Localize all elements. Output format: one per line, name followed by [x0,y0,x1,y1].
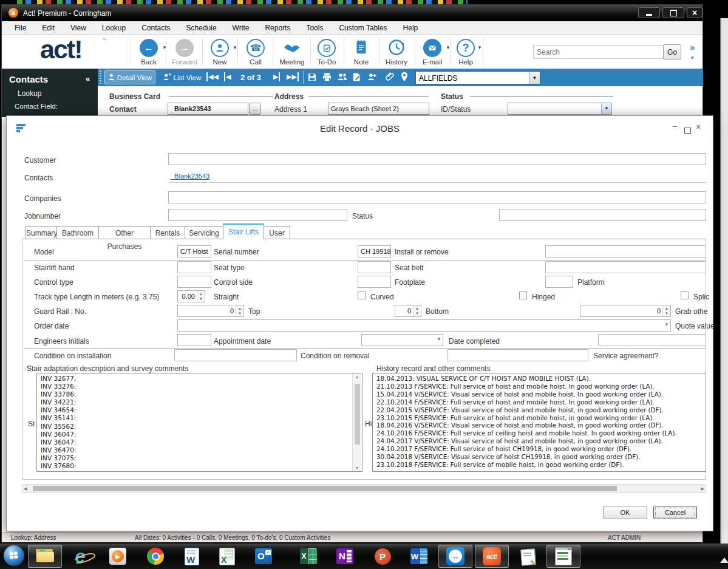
model-input[interactable]: C/T Hoist [177,245,211,257]
history-line[interactable]: 18.04.2013: VISUAL SERVICE OF C/T HOIST … [376,375,702,383]
dialog-maximize-icon[interactable] [684,125,691,136]
invoice-line[interactable]: INV 33276: [41,383,350,390]
menu-item[interactable]: Write [225,24,257,32]
taskbar-outlook[interactable]: O ✓ [247,545,281,568]
dialog-hscrollbar[interactable]: ◀ ▶ [22,484,706,493]
contacts-field[interactable]: _Blank23543 [168,171,706,183]
seat-type-input[interactable] [358,261,391,273]
taskbar-database-form[interactable] [546,545,580,568]
history-line[interactable]: 23.10.2015 F/SERVICE: Full service of ho… [376,414,702,422]
last-record-button[interactable]: ▶▶ [287,72,299,81]
menu-item[interactable]: Reports [257,24,298,32]
stairlift-hand-input[interactable] [177,261,211,273]
field-list-dropdown[interactable]: ALLFIELDS ▼ [415,71,540,84]
taskbar-word[interactable]: W [402,545,436,568]
hscroll-right-icon[interactable]: ▶ [701,486,704,491]
maximize-button[interactable] [662,7,684,18]
save-icon[interactable] [307,72,317,82]
condition-install-input[interactable] [174,349,297,361]
companies-input[interactable] [168,191,706,203]
order-date-dropdown[interactable]: ▼ [177,319,671,332]
contact-browse-button[interactable]: ... [249,103,261,115]
taskbar-act[interactable]: act! [475,545,509,568]
history-line[interactable]: 30.04.2018 V/SERVICE: Visual service of … [376,453,702,461]
appointment-date-dropdown[interactable]: ▼ [361,334,443,346]
history-line[interactable]: 21.10.2013 F/SERVICE: Full service of ho… [376,383,702,390]
tab-bathroom[interactable]: Bathroom [56,226,99,239]
invoice-line[interactable]: INV 33786: [41,390,350,398]
invoice-line[interactable]: INV 35141: [41,414,350,422]
footplate-input[interactable] [545,276,573,288]
dialog-status-input[interactable] [499,209,706,221]
contacts-group-icon[interactable] [337,72,347,82]
scroll-thumb[interactable] [355,384,360,445]
id-status-arrow-icon[interactable]: ▼ [601,103,611,114]
sidebar-collapse-icon[interactable]: « [86,74,90,83]
invoice-line[interactable]: INV 37075: [41,454,350,462]
stair-comments-listbox[interactable]: INV 32677:INV 33276:INV 33786:INV 34221:… [36,373,362,472]
scroll-down-icon[interactable]: ▼ [355,466,359,470]
engineers-initials-input[interactable] [177,334,211,346]
start-button[interactable] [4,545,26,567]
split-checkbox[interactable] [681,291,689,299]
call-button[interactable]: ☎ Call [240,38,271,66]
search-input[interactable] [533,45,667,59]
menu-item[interactable]: Help [395,24,426,32]
menu-item[interactable]: Edit [34,24,63,32]
invoice-line[interactable]: INV 36047: [41,438,350,446]
scroll-up-icon[interactable]: ▲ [355,375,359,379]
stepper-down-icon[interactable]: ▼ [199,297,203,301]
taskbar-media-player[interactable]: ▶ [101,545,135,568]
minimize-button[interactable] [638,7,660,18]
control-side-input[interactable] [358,276,391,288]
next-record-button[interactable]: ▶ [273,72,280,81]
field-list-arrow-icon[interactable]: ▼ [529,72,540,84]
taskbar-excel[interactable]: X [291,545,325,568]
guard-rail-bottom-stepper[interactable]: 0▲▼ [395,305,421,317]
ok-button[interactable]: OK [603,506,647,519]
control-type-input[interactable] [177,276,211,288]
id-status-dropdown[interactable]: ▼ [508,103,612,115]
invoice-line[interactable]: INV 36047: [41,431,350,438]
history-line[interactable]: 18.04.2016 V/SERVICE: Visual service of … [376,421,702,429]
menu-item[interactable]: Schedule [179,24,225,32]
taskbar-powerpoint[interactable]: P [366,545,400,568]
new-button[interactable]: ▼ New [205,38,235,66]
invoice-line[interactable]: INV 34221: [41,398,350,406]
track-length-stepper[interactable]: 0.00▲▼ [177,290,205,302]
taskbar-file-explorer[interactable] [28,545,62,568]
menu-item[interactable]: File [7,24,34,32]
history-line[interactable]: 24.10.2017 F/SERVICE: Full service of ho… [376,445,702,453]
list-view-button[interactable]: List View [159,70,205,84]
taskbar-excel-2010[interactable]: X [210,545,244,568]
stair-comments-scrollbar[interactable]: ▲▼ [352,373,361,471]
tab-servicing[interactable]: Servicing [185,226,223,239]
note-button[interactable]: Note [346,38,376,66]
appointment-date-arrow-icon[interactable]: ▼ [437,337,441,342]
new-dropdown-caret[interactable]: ▼ [233,45,237,50]
back-button[interactable]: ← ▼ Back [133,38,165,66]
email-dropdown-caret[interactable]: ▼ [446,45,451,50]
go-button[interactable]: Go [663,44,681,60]
todo-button[interactable]: To-Do [312,38,341,66]
menu-item[interactable]: View [63,24,94,32]
hscroll-left-icon[interactable]: ◀ [24,486,27,491]
history-line[interactable]: 22.10.2014 F/SERVICE: Full service of ho… [376,398,702,406]
menu-item[interactable]: Custom Tables [331,24,395,32]
first-record-button[interactable]: ◀◀ [206,72,219,81]
previous-record-button[interactable]: ◀ [224,72,231,81]
dialog-minimize-icon[interactable]: – [673,121,677,131]
contacts-record-link[interactable]: _Blank23543 [171,172,209,180]
stepper-up-icon[interactable]: ▲ [199,292,203,296]
invoice-line[interactable]: INV 37680: [41,462,350,470]
contact-field-input[interactable]: _Blank23543 [168,103,248,115]
attachment-icon[interactable] [385,72,395,82]
grab-rail-stepper[interactable]: 0▲▼ [580,305,671,317]
invoice-line[interactable]: INV 34654: [41,406,350,414]
dialog-close-icon[interactable]: × [696,122,701,132]
map-pin-icon[interactable] [401,72,408,82]
seat-belt-input[interactable] [545,261,706,273]
invoice-line[interactable]: INV 32677: [41,375,350,383]
history-listbox[interactable]: 18.04.2013: VISUAL SERVICE OF C/T HOIST … [372,373,706,472]
history-line[interactable]: 23.10.2018 F/SERVICE: Full service of mo… [376,461,702,469]
